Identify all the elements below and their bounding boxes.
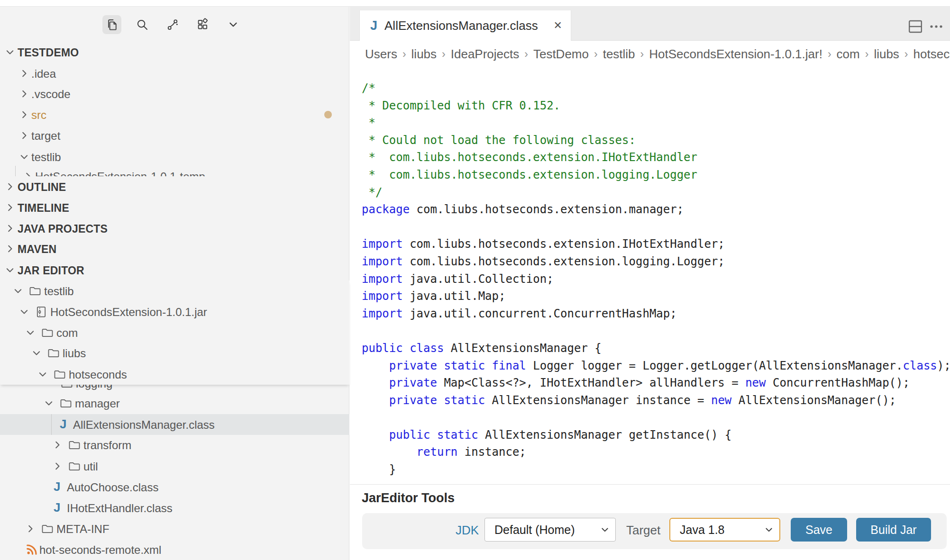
code-line: private Map<Class<?>, IHotExtHandler> al… (362, 374, 950, 392)
chevron-down-icon[interactable] (19, 307, 29, 317)
keyword-token: public (362, 342, 403, 355)
code-token (437, 359, 444, 372)
breadcrumb-item-testlib[interactable]: testlib (603, 47, 635, 62)
tree-item-idea[interactable]: .idea (0, 63, 349, 84)
chevron-down-icon[interactable] (5, 265, 15, 275)
tree-item-util[interactable]: util (0, 456, 349, 477)
chevron-down-icon[interactable] (13, 286, 23, 296)
tree-item-src[interactable]: src (0, 104, 349, 125)
tab-allextensionsmanager[interactable]: J AllExtensionsManager.class ✕ (359, 10, 571, 41)
code-token (362, 445, 417, 459)
tree-item-vscode[interactable]: .vscode (0, 83, 349, 104)
views-chevron-icon[interactable] (224, 15, 243, 34)
section-outline[interactable]: OUTLINE (0, 176, 349, 197)
chevron-right-icon[interactable] (19, 68, 29, 79)
tree-item-hot-seconds-remote-xml[interactable]: hot-seconds-remote.xml (0, 539, 349, 560)
keyword-token: return (417, 445, 458, 459)
tree-item-hotsecondsextension-1-0-1-temp[interactable]: HotSecondsExtension-1.0.1-temp (0, 166, 349, 176)
tree-item-testlib[interactable]: testlib (0, 146, 349, 167)
tree-item-label: HotSecondsExtension-1.0.1-temp (35, 170, 205, 176)
chevron-down-icon[interactable] (37, 369, 48, 379)
tab-title: AllExtensionsManager.class (384, 18, 538, 33)
code-token: java.util.Collection; (403, 272, 554, 286)
code-viewer: /* * Decompiled with CFR 0.152. * * Coul… (362, 80, 950, 479)
target-select-value: Java 1.8 (680, 523, 725, 537)
code-line (362, 322, 950, 340)
files-icon[interactable] (102, 15, 121, 34)
chevron-right-icon[interactable] (23, 171, 33, 176)
split-editor-icon[interactable] (908, 19, 923, 36)
tree-item-manager[interactable]: manager (0, 393, 349, 414)
tree-item-com[interactable]: com (0, 322, 349, 343)
breadcrumb-item-liubs[interactable]: liubs (411, 47, 437, 62)
tree-item-allextensionsmanager-class[interactable]: JAllExtensionsManager.class (0, 414, 349, 435)
keyword-token: private (389, 359, 437, 372)
tree-item-hotseconds[interactable]: hotseconds (0, 364, 349, 385)
chevron-right-icon[interactable] (52, 461, 63, 471)
tree-item-testlib[interactable]: testlib (0, 280, 349, 301)
breadcrumb-item-ideaprojects[interactable]: IdeaProjects (451, 47, 520, 62)
code-line: * com.liubs.hotseconds.extension.logging… (362, 166, 950, 184)
chevron-down-icon[interactable] (44, 398, 54, 408)
breadcrumb-item-hotseconds[interactable]: hotseconds (913, 47, 950, 62)
tree-item-label: com (56, 326, 78, 340)
jdk-select[interactable]: Default (Home) (484, 518, 616, 542)
build-jar-button[interactable]: Build Jar (856, 518, 931, 542)
comment-token: * (362, 116, 375, 129)
breadcrumb-item-users[interactable]: Users (365, 47, 397, 62)
keyword-token: import (362, 272, 403, 286)
section-maven[interactable]: MAVEN (0, 238, 349, 259)
breadcrumb-item-liubs[interactable]: liubs (874, 47, 899, 62)
keyword-token: class (410, 342, 444, 355)
tree-item-autochoose-class[interactable]: JAutoChoose.class (0, 477, 349, 497)
code-line: import java.util.Map; (362, 288, 950, 305)
folder-icon (41, 326, 54, 339)
breadcrumb-item-hotsecondsextension-1-0-1-jar[interactable]: HotSecondsExtension-1.0.1.jar! (649, 47, 822, 62)
tree-item-label: META-INF (56, 523, 110, 536)
chevron-right-icon[interactable] (19, 89, 29, 99)
code-line: return instance; (362, 443, 950, 461)
tree-item-label: liubs (63, 347, 86, 360)
chevron-right-icon[interactable] (25, 524, 36, 534)
save-button[interactable]: Save (791, 518, 847, 542)
tree-item-hotsecondsextension-1-0-1-jar[interactable]: HotSecondsExtension-1.0.1.jar (0, 301, 349, 322)
chevron-right-icon[interactable] (52, 440, 63, 450)
code-token: java.util.Map; (403, 289, 506, 303)
chevron-down-icon[interactable] (19, 152, 29, 162)
tree-item-transform[interactable]: transform (0, 434, 349, 455)
section-timeline[interactable]: TIMELINE (0, 197, 349, 218)
tree-item-target[interactable]: target (0, 125, 349, 146)
section-java-projects[interactable]: JAVA PROJECTS (0, 218, 349, 239)
chevron-right-icon[interactable] (5, 181, 15, 192)
comment-token: * com.liubs.hotseconds.extension.logging… (362, 168, 697, 181)
folder-icon (41, 522, 54, 535)
breadcrumb-item-testdemo[interactable]: TestDemo (533, 47, 589, 62)
close-icon[interactable]: ✕ (554, 19, 562, 32)
chevron-right-icon[interactable] (5, 202, 15, 213)
tree-item-ihotexthandler-class[interactable]: JIHotExtHandler.class (0, 497, 349, 518)
more-actions-icon[interactable] (929, 23, 943, 32)
search-icon[interactable] (133, 15, 152, 34)
tree-item-liubs[interactable]: liubs (0, 343, 349, 363)
breadcrumb-item-com[interactable]: com (837, 47, 860, 62)
section-testdemo[interactable]: TESTDEMO (0, 42, 349, 63)
chevron-down-icon[interactable] (31, 348, 42, 358)
source-control-icon[interactable] (163, 15, 182, 34)
section-jar-editor[interactable]: JAR EDITOR (0, 260, 349, 280)
chevron-down-icon[interactable] (5, 47, 15, 57)
keyword-token: import (362, 255, 403, 268)
chevron-down-icon[interactable] (25, 327, 36, 338)
keyword-token: final (492, 359, 526, 372)
chevron-right-icon[interactable] (5, 244, 15, 254)
chevron-right-icon[interactable] (19, 109, 29, 120)
jar-icon (35, 305, 48, 318)
extensions-icon[interactable] (193, 15, 212, 34)
chevron-right-icon[interactable] (19, 130, 29, 141)
keyword-token: static (444, 359, 485, 372)
tree-item-meta-inf[interactable]: META-INF (0, 518, 349, 539)
breadcrumb: Users›liubs›IdeaProjects›TestDemo›testli… (350, 41, 950, 68)
modified-badge (324, 111, 332, 118)
target-select[interactable]: Java 1.8 (669, 518, 780, 542)
chevron-right-icon[interactable] (5, 223, 15, 234)
code-line: * com.liubs.hotseconds.extension.IHotExt… (362, 149, 950, 166)
